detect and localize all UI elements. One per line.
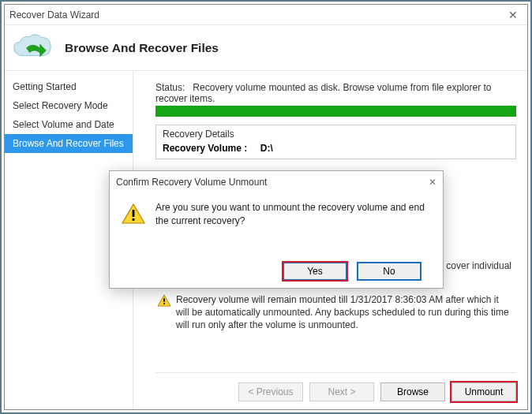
svg-rect-2 bbox=[133, 210, 135, 217]
title-bar: Recover Data Wizard ✕ bbox=[5, 5, 527, 25]
recovery-volume-value: D:\ bbox=[260, 143, 273, 154]
status-text: Recovery volume mounted as disk. Browse … bbox=[155, 82, 492, 104]
dialog-title: Confirm Recovery Volume Unmount bbox=[116, 177, 429, 188]
warning-triangle-icon bbox=[157, 294, 171, 307]
cloud-restore-icon bbox=[9, 32, 55, 64]
wizard-button-bar: < Previous Next > Browse Unmount bbox=[155, 372, 516, 401]
dialog-close-icon[interactable]: ✕ bbox=[429, 177, 436, 188]
svg-rect-1 bbox=[163, 303, 165, 304]
wizard-header: Browse And Recover Files bbox=[5, 25, 527, 71]
wizard-window: Recover Data Wizard ✕ Browse And Recover… bbox=[4, 4, 528, 410]
previous-button: < Previous bbox=[238, 382, 303, 401]
confirm-unmount-dialog: Confirm Recovery Volume Unmount ✕ Are yo… bbox=[109, 170, 444, 289]
progress-bar bbox=[155, 106, 516, 117]
recovery-details-group: Recovery Details Recovery Volume : D:\ bbox=[155, 125, 516, 159]
sidebar-item-recovery-mode[interactable]: Select Recovery Mode bbox=[5, 96, 133, 115]
sidebar-item-getting-started[interactable]: Getting Started bbox=[5, 77, 133, 96]
warning-triangle-icon bbox=[121, 203, 146, 225]
status-label: Status: bbox=[155, 82, 190, 93]
mount-warning-text: Recovery volume will remain mounted till… bbox=[176, 293, 513, 332]
svg-rect-3 bbox=[133, 218, 135, 221]
page-heading: Browse And Recover Files bbox=[65, 41, 219, 55]
close-icon[interactable]: ✕ bbox=[504, 9, 523, 21]
svg-rect-0 bbox=[163, 298, 165, 301]
dialog-no-button[interactable]: No bbox=[358, 263, 421, 280]
dialog-titlebar: Confirm Recovery Volume Unmount ✕ bbox=[110, 171, 443, 193]
mount-warning: Recovery volume will remain mounted till… bbox=[157, 293, 513, 332]
dialog-yes-button[interactable]: Yes bbox=[283, 263, 347, 280]
recovery-details-legend: Recovery Details bbox=[163, 129, 509, 140]
status-row: Status: Recovery volume mounted as disk.… bbox=[155, 82, 516, 104]
sidebar-item-volume-date[interactable]: Select Volume and Date bbox=[5, 115, 133, 134]
next-button: Next > bbox=[309, 382, 374, 401]
recovery-volume-label: Recovery Volume : bbox=[163, 143, 247, 154]
browse-button[interactable]: Browse bbox=[380, 382, 445, 401]
sidebar-item-browse-recover[interactable]: Browse And Recover Files bbox=[5, 134, 133, 153]
unmount-button[interactable]: Unmount bbox=[451, 382, 516, 401]
window-title: Recover Data Wizard bbox=[9, 9, 504, 21]
partial-text: cover individual bbox=[446, 260, 511, 271]
dialog-message: Are you sure you want to unmount the rec… bbox=[155, 201, 432, 255]
